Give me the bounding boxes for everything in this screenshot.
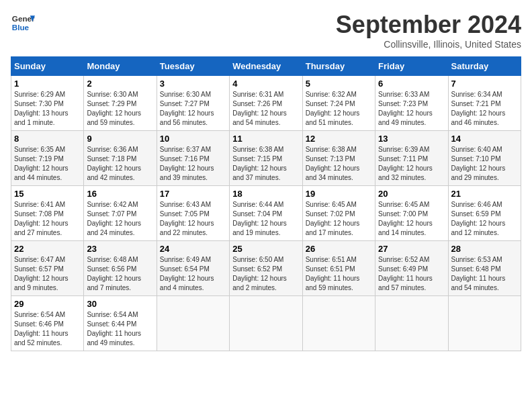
day-info: Sunrise: 6:44 AM Sunset: 7:04 PM Dayligh… bbox=[232, 200, 299, 238]
day-info: Sunrise: 6:34 AM Sunset: 7:21 PM Dayligh… bbox=[451, 90, 518, 128]
table-row: 30Sunrise: 6:54 AM Sunset: 6:44 PM Dayli… bbox=[84, 296, 157, 351]
calendar-week-row: 8Sunrise: 6:35 AM Sunset: 7:19 PM Daylig… bbox=[11, 131, 521, 186]
day-number: 7 bbox=[451, 79, 518, 89]
col-monday: Monday bbox=[84, 57, 157, 76]
calendar-week-row: 15Sunrise: 6:41 AM Sunset: 7:08 PM Dayli… bbox=[11, 186, 521, 241]
day-info: Sunrise: 6:45 AM Sunset: 7:02 PM Dayligh… bbox=[306, 200, 372, 238]
table-row: 28Sunrise: 6:53 AM Sunset: 6:48 PM Dayli… bbox=[448, 241, 521, 296]
col-thursday: Thursday bbox=[302, 57, 375, 76]
table-row: 15Sunrise: 6:41 AM Sunset: 7:08 PM Dayli… bbox=[11, 186, 84, 241]
table-row: 29Sunrise: 6:54 AM Sunset: 6:46 PM Dayli… bbox=[11, 296, 84, 351]
calendar-week-row: 22Sunrise: 6:47 AM Sunset: 6:57 PM Dayli… bbox=[11, 241, 521, 296]
table-row: 18Sunrise: 6:44 AM Sunset: 7:04 PM Dayli… bbox=[230, 186, 302, 241]
day-number: 21 bbox=[451, 189, 518, 199]
day-info: Sunrise: 6:30 AM Sunset: 7:29 PM Dayligh… bbox=[87, 90, 153, 128]
table-row: 22Sunrise: 6:47 AM Sunset: 6:57 PM Dayli… bbox=[11, 241, 84, 296]
table-row: 14Sunrise: 6:40 AM Sunset: 7:10 PM Dayli… bbox=[448, 131, 521, 186]
day-number: 14 bbox=[451, 134, 518, 144]
table-row: 19Sunrise: 6:45 AM Sunset: 7:02 PM Dayli… bbox=[302, 186, 375, 241]
day-info: Sunrise: 6:46 AM Sunset: 6:59 PM Dayligh… bbox=[451, 200, 518, 238]
title-block: September 2024 Collinsville, Illinois, U… bbox=[336, 11, 521, 50]
day-info: Sunrise: 6:47 AM Sunset: 6:57 PM Dayligh… bbox=[14, 255, 81, 293]
col-wednesday: Wednesday bbox=[230, 57, 302, 76]
day-info: Sunrise: 6:49 AM Sunset: 6:54 PM Dayligh… bbox=[160, 255, 226, 293]
table-row: 26Sunrise: 6:51 AM Sunset: 6:51 PM Dayli… bbox=[302, 241, 375, 296]
col-friday: Friday bbox=[375, 57, 448, 76]
day-number: 15 bbox=[14, 189, 81, 199]
table-row bbox=[302, 296, 375, 351]
day-info: Sunrise: 6:36 AM Sunset: 7:18 PM Dayligh… bbox=[87, 145, 153, 183]
table-row: 6Sunrise: 6:33 AM Sunset: 7:23 PM Daylig… bbox=[375, 76, 448, 131]
table-row: 9Sunrise: 6:36 AM Sunset: 7:18 PM Daylig… bbox=[84, 131, 157, 186]
day-number: 11 bbox=[232, 134, 299, 144]
day-number: 16 bbox=[87, 189, 153, 199]
day-number: 23 bbox=[87, 244, 153, 254]
day-info: Sunrise: 6:43 AM Sunset: 7:05 PM Dayligh… bbox=[160, 200, 226, 238]
table-row: 2Sunrise: 6:30 AM Sunset: 7:29 PM Daylig… bbox=[84, 76, 157, 131]
day-info: Sunrise: 6:30 AM Sunset: 7:27 PM Dayligh… bbox=[160, 90, 226, 128]
table-row: 13Sunrise: 6:39 AM Sunset: 7:11 PM Dayli… bbox=[375, 131, 448, 186]
location-label: Collinsville, Illinois, United States bbox=[336, 39, 521, 50]
table-row: 16Sunrise: 6:42 AM Sunset: 7:07 PM Dayli… bbox=[84, 186, 157, 241]
col-sunday: Sunday bbox=[11, 57, 84, 76]
table-row: 17Sunrise: 6:43 AM Sunset: 7:05 PM Dayli… bbox=[157, 186, 229, 241]
day-number: 8 bbox=[14, 134, 81, 144]
table-row: 24Sunrise: 6:49 AM Sunset: 6:54 PM Dayli… bbox=[157, 241, 229, 296]
day-number: 6 bbox=[378, 79, 445, 89]
day-info: Sunrise: 6:45 AM Sunset: 7:00 PM Dayligh… bbox=[378, 200, 445, 238]
day-info: Sunrise: 6:54 AM Sunset: 6:46 PM Dayligh… bbox=[14, 310, 81, 348]
day-number: 29 bbox=[14, 299, 81, 309]
table-row: 1Sunrise: 6:29 AM Sunset: 7:30 PM Daylig… bbox=[11, 76, 84, 131]
table-row: 21Sunrise: 6:46 AM Sunset: 6:59 PM Dayli… bbox=[448, 186, 521, 241]
col-tuesday: Tuesday bbox=[157, 57, 229, 76]
day-number: 5 bbox=[306, 79, 372, 89]
day-number: 19 bbox=[306, 189, 372, 199]
svg-text:Blue: Blue bbox=[12, 23, 30, 32]
month-title: September 2024 bbox=[336, 11, 521, 39]
day-info: Sunrise: 6:41 AM Sunset: 7:08 PM Dayligh… bbox=[14, 200, 81, 238]
table-row bbox=[230, 296, 302, 351]
day-number: 3 bbox=[160, 79, 226, 89]
day-info: Sunrise: 6:42 AM Sunset: 7:07 PM Dayligh… bbox=[87, 200, 153, 238]
day-number: 18 bbox=[232, 189, 299, 199]
day-info: Sunrise: 6:50 AM Sunset: 6:52 PM Dayligh… bbox=[232, 255, 299, 293]
day-info: Sunrise: 6:33 AM Sunset: 7:23 PM Dayligh… bbox=[378, 90, 445, 128]
day-number: 2 bbox=[87, 79, 153, 89]
day-number: 28 bbox=[451, 244, 518, 254]
table-row bbox=[157, 296, 229, 351]
table-row bbox=[375, 296, 448, 351]
table-row: 3Sunrise: 6:30 AM Sunset: 7:27 PM Daylig… bbox=[157, 76, 229, 131]
day-info: Sunrise: 6:38 AM Sunset: 7:13 PM Dayligh… bbox=[306, 145, 372, 183]
day-number: 13 bbox=[378, 134, 445, 144]
general-blue-icon: General Blue bbox=[11, 11, 35, 35]
table-row: 7Sunrise: 6:34 AM Sunset: 7:21 PM Daylig… bbox=[448, 76, 521, 131]
day-number: 4 bbox=[232, 79, 299, 89]
day-info: Sunrise: 6:32 AM Sunset: 7:24 PM Dayligh… bbox=[306, 90, 372, 128]
day-number: 12 bbox=[306, 134, 372, 144]
calendar-week-row: 1Sunrise: 6:29 AM Sunset: 7:30 PM Daylig… bbox=[11, 76, 521, 131]
calendar-table: Sunday Monday Tuesday Wednesday Thursday… bbox=[11, 56, 521, 351]
day-number: 30 bbox=[87, 299, 153, 309]
day-info: Sunrise: 6:48 AM Sunset: 6:56 PM Dayligh… bbox=[87, 255, 153, 293]
table-row: 10Sunrise: 6:37 AM Sunset: 7:16 PM Dayli… bbox=[157, 131, 229, 186]
table-row: 27Sunrise: 6:52 AM Sunset: 6:49 PM Dayli… bbox=[375, 241, 448, 296]
day-number: 24 bbox=[160, 244, 226, 254]
day-number: 20 bbox=[378, 189, 445, 199]
day-number: 10 bbox=[160, 134, 226, 144]
day-number: 17 bbox=[160, 189, 226, 199]
table-row bbox=[448, 296, 521, 351]
day-number: 1 bbox=[14, 79, 81, 89]
day-info: Sunrise: 6:52 AM Sunset: 6:49 PM Dayligh… bbox=[378, 255, 445, 293]
day-info: Sunrise: 6:31 AM Sunset: 7:26 PM Dayligh… bbox=[232, 90, 299, 128]
page-header: General Blue September 2024 Collinsville… bbox=[11, 11, 521, 50]
table-row: 23Sunrise: 6:48 AM Sunset: 6:56 PM Dayli… bbox=[84, 241, 157, 296]
day-info: Sunrise: 6:37 AM Sunset: 7:16 PM Dayligh… bbox=[160, 145, 226, 183]
table-row: 20Sunrise: 6:45 AM Sunset: 7:00 PM Dayli… bbox=[375, 186, 448, 241]
calendar-header-row: Sunday Monday Tuesday Wednesday Thursday… bbox=[11, 57, 521, 76]
day-number: 26 bbox=[306, 244, 372, 254]
day-info: Sunrise: 6:35 AM Sunset: 7:19 PM Dayligh… bbox=[14, 145, 81, 183]
table-row: 25Sunrise: 6:50 AM Sunset: 6:52 PM Dayli… bbox=[230, 241, 302, 296]
table-row: 8Sunrise: 6:35 AM Sunset: 7:19 PM Daylig… bbox=[11, 131, 84, 186]
calendar-week-row: 29Sunrise: 6:54 AM Sunset: 6:46 PM Dayli… bbox=[11, 296, 521, 351]
col-saturday: Saturday bbox=[448, 57, 521, 76]
